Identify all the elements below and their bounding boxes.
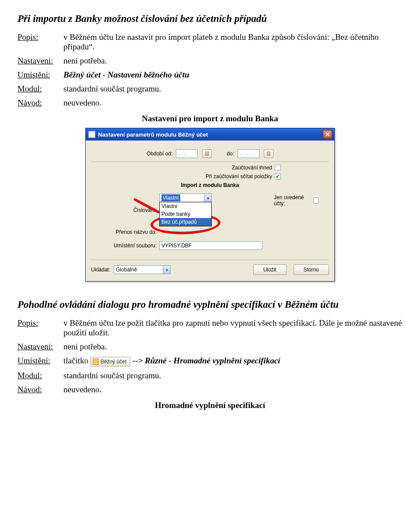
dialog-title: Nastavení parametrů modulu Běžný účet bbox=[98, 131, 208, 138]
navod-label: Návod: bbox=[18, 98, 63, 108]
navod-value: neuvedeno. bbox=[63, 385, 402, 394]
popis-label: Popis: bbox=[18, 318, 63, 328]
cislovani-option-1[interactable]: Podle banky bbox=[160, 210, 211, 218]
nastaveni-label: Nastavení: bbox=[18, 342, 63, 352]
ukladat-label: Ukládat: bbox=[91, 267, 110, 273]
umisteni-value: tlačítko Běžný účet --> Různé - Hromadné… bbox=[63, 356, 402, 366]
zauctovani-ihned-label: Zaúčtování ihned bbox=[232, 165, 272, 171]
chevron-down-icon: ▾ bbox=[204, 194, 211, 202]
modul-value: standardní součást programu. bbox=[63, 84, 402, 94]
obdobi-od-input[interactable]: . . bbox=[176, 149, 198, 158]
import-head: Import z modulu Banka bbox=[91, 182, 329, 188]
umisteni-value: Běžný účet - Nastavení běžného účtu bbox=[63, 70, 402, 80]
obdobi-do-input[interactable]: . . bbox=[238, 149, 259, 158]
chevron-down-icon: ▾ bbox=[163, 266, 170, 274]
cislovani-option-2[interactable]: Bez úč.případů bbox=[160, 218, 211, 226]
obdobi-do-label: do: bbox=[227, 151, 234, 157]
modul-value: standardní součást programu. bbox=[63, 371, 402, 380]
section2-title: Pohodlné ovládání dialogu pro hromadné v… bbox=[18, 299, 402, 310]
close-icon: ✕ bbox=[325, 131, 330, 137]
nastaveni-label: Nastavení: bbox=[18, 56, 63, 66]
section1-title: Při importu z Banky možnost číslování be… bbox=[18, 13, 402, 25]
dialog-app-icon bbox=[88, 131, 95, 138]
divider bbox=[91, 260, 329, 260]
umisteni-souboru-label: Umístění souboru: bbox=[91, 243, 157, 249]
scitat-label: Při zaúčtování sčítat položky bbox=[206, 173, 272, 180]
dialog-caption: Nastavení pro import z modulu Banka bbox=[18, 114, 402, 123]
calendar-icon-do[interactable]: ☷ bbox=[264, 149, 273, 158]
divider bbox=[91, 162, 329, 162]
nastaveni-value: není potřeba. bbox=[63, 342, 402, 352]
prenos-label: Přenos názvu do: bbox=[91, 229, 157, 235]
cislovani-dropdown[interactable]: Vlastní ▾ bbox=[159, 194, 212, 202]
bezny-ucet-label: Běžný účet bbox=[101, 359, 126, 365]
popis-label: Popis: bbox=[18, 32, 63, 42]
obdobi-od-label: Období od: bbox=[147, 151, 172, 157]
cislovani-option-list: Vlastní Podle banky Bez úč.případů bbox=[159, 202, 212, 226]
modul-label: Modul: bbox=[18, 371, 63, 380]
ukladat-dropdown[interactable]: Globálně ▾ bbox=[114, 265, 171, 274]
umisteni-prefix: tlačítko bbox=[63, 356, 88, 365]
calendar-icon-od[interactable]: ☷ bbox=[202, 149, 212, 158]
cislovani-selected: Vlastní bbox=[161, 194, 180, 201]
umisteni-souboru-input[interactable]: VYPISY.DBF bbox=[159, 241, 262, 250]
save-button[interactable]: Uložit bbox=[253, 264, 287, 275]
modul-label: Modul: bbox=[18, 84, 63, 94]
scitat-checkbox[interactable]: ✔ bbox=[275, 173, 281, 180]
umisteni-suffix: --> Různé - Hromadné vyplnění specifikac… bbox=[133, 356, 280, 365]
cislovani-label: Číslování: bbox=[91, 207, 157, 213]
close-button[interactable]: ✕ bbox=[323, 130, 332, 139]
cancel-button[interactable]: Storno bbox=[294, 264, 329, 275]
settings-dialog: Nastavení parametrů modulu Běžný účet ✕ … bbox=[85, 128, 335, 282]
jen-ucty-checkbox[interactable] bbox=[313, 197, 318, 204]
umisteni-label: Umístění: bbox=[18, 70, 63, 80]
popis-value: v Běžném účtu lze nastavit pro import pl… bbox=[63, 32, 402, 52]
bezny-ucet-button[interactable]: Běžný účet bbox=[91, 357, 130, 366]
ukladat-selected: Globálně bbox=[116, 267, 137, 273]
folder-icon bbox=[93, 359, 99, 365]
navod-value: neuvedeno. bbox=[63, 98, 402, 108]
zauctovani-ihned-checkbox[interactable] bbox=[275, 165, 281, 171]
section2-caption: Hromadné vyplnění specifikací bbox=[18, 401, 402, 410]
dialog-titlebar: Nastavení parametrů modulu Běžný účet ✕ bbox=[86, 128, 334, 141]
cislovani-option-0[interactable]: Vlastní bbox=[160, 202, 211, 210]
jen-ucty-label: Jen uvedené účty: bbox=[274, 194, 311, 207]
popis-value: v Běžném účtu lze požít tlačítka pro zap… bbox=[63, 318, 402, 338]
umisteni-label: Umístění: bbox=[18, 356, 63, 366]
navod-label: Návod: bbox=[18, 385, 63, 394]
nastaveni-value: není potřeba. bbox=[63, 56, 402, 66]
